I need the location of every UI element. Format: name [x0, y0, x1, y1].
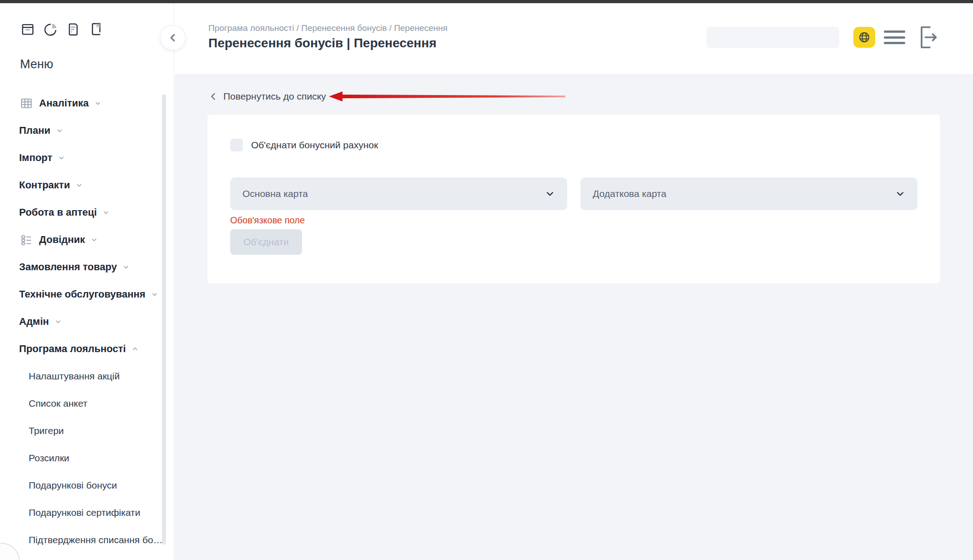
sidebar-item-directory[interactable]: Довідник: [0, 226, 174, 253]
logout-icon: [917, 25, 938, 50]
back-link-label: Повернутись до списку: [223, 91, 326, 102]
sidebar-item-label: Плани: [19, 125, 50, 136]
sidebar-item-label: Довідник: [39, 234, 85, 246]
top-strip: [0, 0, 973, 3]
sidebar-subitem-triggers[interactable]: Тригери: [0, 417, 174, 444]
chevron-down-icon: [76, 182, 83, 189]
sidebar-item-label: Контракти: [19, 179, 70, 191]
chevron-down-icon: [895, 189, 905, 199]
sidebar-top-icons: [20, 21, 104, 37]
chevron-down-icon: [545, 189, 555, 199]
sidebar-subitem-label: Підтвердження списання бону…: [29, 535, 165, 545]
sidebar-subitem-gift-bonuses[interactable]: Подарункові бонуси: [0, 472, 174, 499]
main-content: Повернутись до списку Об'єднати бонусний…: [175, 75, 973, 560]
merge-account-checkbox-row: Об'єднати бонусний рахунок: [230, 139, 378, 151]
sidebar-menu: Аналітика Плани Імпорт Контракти Робота: [0, 90, 174, 554]
grid-icon: [19, 96, 34, 111]
archive-box-icon[interactable]: [20, 21, 35, 37]
sidebar-scrollbar[interactable]: [162, 94, 166, 545]
menu-button[interactable]: [884, 30, 905, 44]
sidebar-subitem-mailings[interactable]: Розсилки: [0, 444, 174, 472]
chevron-left-icon: [167, 32, 179, 44]
chevron-down-icon: [122, 263, 130, 271]
card-selects-row: Основна карта Додаткова карта: [230, 177, 918, 210]
sidebar-subitem-label: Тригери: [29, 425, 64, 436]
user-info-placeholder: [706, 27, 839, 48]
sidebar-item-analytics[interactable]: Аналітика: [0, 90, 174, 117]
sidebar-subitem-label: Подарункові бонуси: [29, 480, 117, 491]
merge-button[interactable]: Об'єднати: [230, 229, 302, 255]
sidebar-item-label: Замовлення товару: [19, 261, 117, 273]
burger-line: [884, 42, 905, 44]
sidebar-item-label: Імпорт: [19, 152, 52, 164]
breadcrumb: Програма лояльності / Перенесення бонусі…: [208, 23, 448, 33]
sidebar-item-maintenance[interactable]: Технічне обслуговування: [0, 281, 174, 308]
document-icon[interactable]: [66, 21, 81, 37]
sidebar-subitem-label: Список анкет: [29, 398, 87, 409]
annotation-arrow: [329, 91, 565, 102]
secondary-card-select-value: Додаткова карта: [593, 188, 666, 199]
chevron-down-icon: [56, 127, 63, 134]
sidebar-item-pharmacy-work[interactable]: Робота в аптеці: [0, 199, 174, 226]
chevron-down-icon: [94, 100, 101, 107]
logout-button[interactable]: [917, 25, 938, 50]
chevron-down-icon: [55, 318, 62, 325]
sidebar-subitem-promo-settings[interactable]: Налаштування акцій: [0, 363, 174, 390]
pie-chart-icon[interactable]: [43, 21, 58, 37]
sidebar: Меню Аналітика Плани Імпорт: [0, 3, 174, 560]
book-icon[interactable]: [88, 21, 104, 37]
secondary-card-select[interactable]: Додаткова карта: [580, 177, 918, 210]
list-icon: [19, 232, 34, 247]
merge-account-checkbox[interactable]: [230, 139, 243, 151]
back-to-list-link[interactable]: Повернутись до списку: [208, 87, 326, 106]
sidebar-item-label: Програма лояльності: [19, 343, 126, 355]
chevron-up-icon: [131, 345, 139, 353]
chevron-left-icon: [208, 91, 218, 101]
language-globe-button[interactable]: [853, 27, 875, 48]
globe-icon: [858, 31, 871, 44]
sidebar-subitem-label: Налаштування акцій: [29, 371, 120, 382]
page-title: Перенесення бонусів | Перенесення: [208, 36, 437, 50]
sidebar-item-label: Аналітика: [39, 97, 89, 109]
primary-card-select-value: Основна карта: [242, 188, 308, 199]
chevron-down-icon: [102, 209, 110, 216]
sidebar-subitem-label: Подарункові сертифікати: [29, 507, 140, 518]
sidebar-subitem-questionnaires[interactable]: Список анкет: [0, 390, 174, 417]
burger-line: [884, 36, 905, 39]
burger-line: [884, 30, 905, 33]
required-field-error: Обов'язкове поле: [230, 215, 305, 226]
sidebar-item-admin[interactable]: Адмін: [0, 308, 174, 335]
sidebar-subitem-gift-certificates[interactable]: Подарункові сертифікати: [0, 499, 174, 526]
chevron-down-icon: [91, 236, 98, 243]
page-header: Програма лояльності / Перенесення бонусі…: [175, 3, 973, 75]
sidebar-item-plans[interactable]: Плани: [0, 117, 174, 144]
sidebar-item-import[interactable]: Імпорт: [0, 144, 174, 172]
sidebar-collapse-button[interactable]: [160, 25, 186, 50]
chevron-down-icon: [58, 154, 65, 161]
sidebar-subitem-bonus-writeoff-confirm[interactable]: Підтвердження списання бону…: [0, 526, 174, 554]
menu-heading: Меню: [20, 57, 53, 71]
sidebar-item-label: Технічне обслуговування: [19, 288, 146, 300]
sidebar-item-loyalty-program[interactable]: Програма лояльності: [0, 335, 174, 363]
sidebar-item-contracts[interactable]: Контракти: [0, 172, 174, 199]
header-controls: [706, 26, 938, 48]
sidebar-item-label: Робота в аптеці: [19, 207, 97, 218]
sidebar-subitem-label: Розсилки: [29, 453, 69, 464]
sidebar-item-goods-order[interactable]: Замовлення товару: [0, 253, 174, 281]
chevron-down-icon: [151, 291, 158, 298]
merge-account-checkbox-label: Об'єднати бонусний рахунок: [251, 140, 378, 151]
sidebar-item-label: Адмін: [19, 316, 49, 328]
primary-card-select[interactable]: Основна карта: [230, 177, 567, 210]
merge-bonus-card: Об'єднати бонусний рахунок Основна карта…: [207, 115, 940, 283]
